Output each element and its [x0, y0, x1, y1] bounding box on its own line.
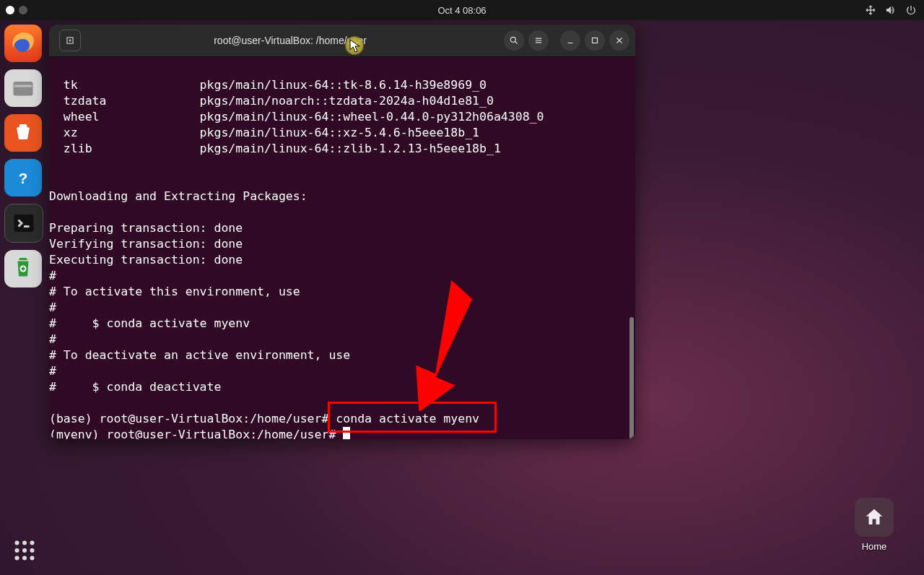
apps-grid-icon	[12, 537, 38, 563]
output-line: #	[49, 364, 56, 378]
show-applications-button[interactable]	[12, 537, 38, 563]
firefox-icon	[10, 30, 36, 56]
close-button[interactable]	[609, 30, 629, 51]
desktop-home-icon[interactable]: Home	[852, 498, 897, 552]
terminal-body[interactable]: tk pkgs/main/linux-64::tk-8.6.14-h39e896…	[49, 57, 635, 439]
maximize-button[interactable]	[585, 30, 605, 51]
indicator-dot-active	[6, 6, 14, 14]
svg-rect-1	[14, 82, 33, 96]
output-line: tzdata pkgs/main/noarch::tzdata-2024a-h0…	[49, 94, 494, 108]
new-tab-icon	[65, 35, 75, 46]
network-icon[interactable]	[865, 4, 876, 16]
terminal-titlebar[interactable]: root@user-VirtualBox: /home/user	[49, 25, 635, 57]
indicator-dot-dim	[19, 6, 27, 14]
output-line: #	[49, 301, 56, 314]
svg-rect-5	[14, 215, 34, 232]
svg-point-17	[22, 556, 27, 561]
home-icon-label: Home	[862, 541, 887, 552]
scrollbar-thumb[interactable]	[629, 317, 634, 439]
svg-point-14	[22, 548, 27, 553]
help-icon: ?	[10, 165, 36, 191]
output-line: # $ conda activate myenv	[49, 316, 250, 330]
minimize-icon	[565, 35, 575, 46]
svg-point-13	[15, 548, 19, 553]
svg-rect-9	[593, 38, 598, 43]
prompt-base: (base) root@user-VirtualBox:/home/user#	[49, 412, 328, 425]
annotation-red-arrow	[410, 281, 489, 411]
terminal-window: root@user-VirtualBox: /home/user tk pkgs…	[49, 25, 635, 439]
output-line: # To activate this environment, use	[49, 285, 300, 298]
menubar-right[interactable]	[865, 4, 917, 16]
svg-point-10	[15, 541, 19, 545]
dock-terminal[interactable]	[4, 204, 43, 243]
dock-help[interactable]: ?	[4, 159, 42, 196]
clock[interactable]: Oct 4 08:06	[437, 5, 486, 16]
files-icon	[10, 75, 36, 101]
trash-icon	[10, 256, 36, 282]
dock-trash[interactable]	[4, 250, 42, 288]
output-line: Executing transaction: done	[49, 253, 243, 267]
output-line: #	[49, 269, 56, 282]
svg-point-11	[22, 541, 27, 545]
output-line: xz pkgs/main/linux-64::xz-5.4.6-h5eee18b…	[49, 126, 479, 139]
prompt-myenv: (myenv) root@user-VirtualBox:/home/user#	[49, 428, 343, 439]
search-icon	[509, 35, 519, 46]
svg-point-15	[30, 548, 35, 553]
svg-point-8	[510, 37, 515, 42]
dock-software[interactable]	[4, 114, 42, 152]
hamburger-icon	[533, 35, 544, 46]
minimize-button[interactable]	[560, 30, 580, 51]
output-line: wheel pkgs/main/linux-64::wheel-0.44.0-p…	[49, 110, 544, 124]
output-line: tk pkgs/main/linux-64::tk-8.6.14-h39e896…	[49, 78, 487, 92]
svg-point-16	[15, 556, 19, 561]
svg-point-18	[30, 556, 35, 561]
dock-files[interactable]	[4, 69, 42, 107]
menubar-left	[6, 6, 27, 14]
output-line: # To deactivate an active environment, u…	[49, 348, 350, 362]
output-line: zlib pkgs/main/linux-64::zlib-1.2.13-h5e…	[49, 142, 501, 155]
window-title: root@user-VirtualBox: /home/user	[81, 35, 500, 46]
close-icon	[614, 35, 624, 46]
terminal-icon	[11, 210, 37, 236]
output-line: Downloading and Extracting Packages:	[49, 189, 308, 203]
output-line: # $ conda deactivate	[49, 380, 221, 394]
output-line: Verifying transaction: done	[49, 237, 243, 251]
output-line: Preparing transaction: done	[49, 221, 243, 235]
search-button[interactable]	[504, 30, 524, 51]
annotation-red-box	[328, 402, 497, 433]
power-icon[interactable]	[905, 4, 917, 16]
new-tab-button[interactable]	[59, 30, 81, 51]
software-icon	[10, 120, 36, 146]
menu-button[interactable]	[528, 30, 549, 51]
output-line: #	[49, 332, 56, 346]
home-icon	[863, 506, 885, 528]
maximize-icon	[590, 35, 600, 46]
home-icon-chip	[855, 498, 894, 537]
top-menubar: Oct 4 08:06	[0, 0, 924, 20]
volume-icon[interactable]	[885, 4, 897, 16]
svg-rect-2	[14, 85, 32, 87]
prompt-line: (myenv) root@user-VirtualBox:/home/user#	[49, 428, 350, 439]
dock-firefox[interactable]	[4, 25, 42, 62]
svg-text:?: ?	[19, 170, 28, 186]
dock: ?	[4, 25, 42, 288]
svg-point-12	[30, 541, 35, 545]
